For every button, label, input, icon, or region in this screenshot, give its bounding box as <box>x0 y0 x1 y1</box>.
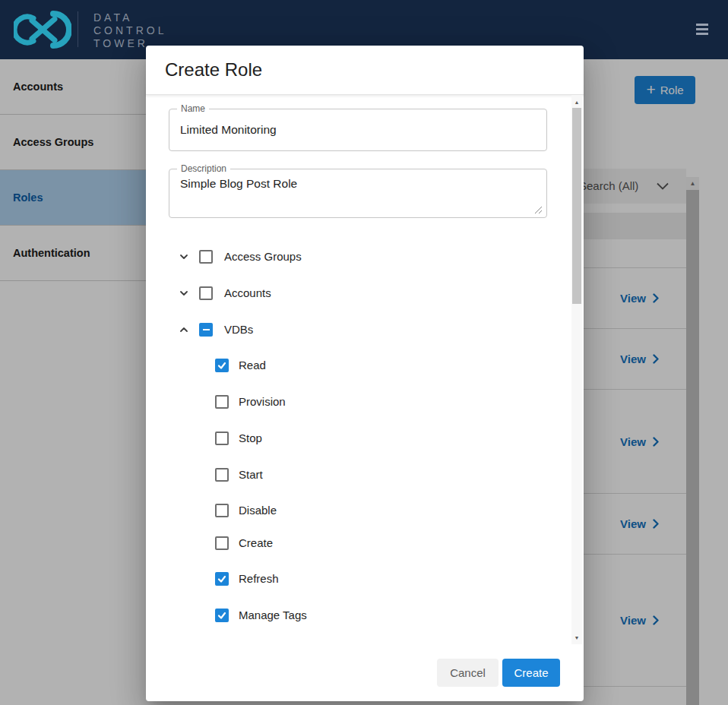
resize-grip-icon[interactable] <box>533 205 543 214</box>
tree-row-manage-tags: Manage Tags <box>146 606 556 624</box>
checkbox-read[interactable] <box>215 359 229 372</box>
tree-row-read: Read <box>146 356 556 375</box>
tree-label[interactable]: VDBs <box>224 323 253 336</box>
tree-label[interactable]: Manage Tags <box>239 609 307 621</box>
tree-label[interactable]: Stop <box>239 432 262 444</box>
tree-label[interactable]: Provision <box>239 395 286 408</box>
dialog-scrollbar[interactable]: ▲ ▼ <box>571 95 582 644</box>
tree-row-stop: Stop <box>146 429 556 447</box>
checkbox-accounts[interactable] <box>199 286 213 300</box>
description-input[interactable]: Simple Blog Post Role <box>180 177 530 210</box>
tree-label[interactable]: Start <box>239 468 263 481</box>
logo-divider <box>78 11 78 47</box>
dialog-title: Create Role <box>165 59 262 81</box>
tree-row-accounts: Accounts <box>146 284 556 302</box>
description-field-label: Description <box>177 164 230 174</box>
tree-row-provision: Provision <box>146 393 556 411</box>
chevron-down-icon[interactable] <box>178 287 190 299</box>
name-input[interactable] <box>180 109 530 150</box>
hamburger-menu-icon[interactable] <box>696 24 708 35</box>
logo-text: DATA CONTROL TOWER <box>93 11 166 50</box>
chevron-up-icon[interactable] <box>178 324 190 336</box>
dialog-footer: Cancel Create <box>146 644 584 701</box>
chevron-down-icon[interactable] <box>178 251 190 263</box>
tree-row-refresh: Refresh <box>146 570 556 588</box>
checkbox-vdbs[interactable] <box>199 323 213 337</box>
tree-label[interactable]: Access Groups <box>224 250 302 263</box>
scroll-up-icon[interactable]: ▲ <box>571 96 582 107</box>
checkbox-stop[interactable] <box>215 432 229 445</box>
tree-label[interactable]: Refresh <box>239 572 279 585</box>
dialog-header: Create Role <box>146 46 584 95</box>
tree-label[interactable]: Create <box>239 536 273 549</box>
description-field: Description Simple Blog Post Role <box>169 169 547 218</box>
tree-label[interactable]: Read <box>239 359 266 371</box>
cancel-button[interactable]: Cancel <box>437 659 499 687</box>
checkbox-refresh[interactable] <box>215 572 229 586</box>
checkbox-disable[interactable] <box>215 504 229 517</box>
dialog-scrollbar-thumb[interactable] <box>572 108 581 304</box>
create-role-dialog: Create Role Name Description Simple Blog… <box>146 46 584 701</box>
checkbox-start[interactable] <box>215 468 229 482</box>
logo-line: DATA <box>93 11 166 24</box>
checkbox-manage-tags[interactable] <box>215 609 229 622</box>
tree-row-start: Start <box>146 466 556 484</box>
checkbox-provision[interactable] <box>215 395 229 409</box>
tree-row-vdbs: VDBs <box>146 321 556 339</box>
screen: DATA CONTROL TOWER Accounts Access Group… <box>0 0 728 705</box>
scroll-down-icon[interactable]: ▼ <box>571 632 582 643</box>
dialog-body: Name Description Simple Blog Post Role A… <box>146 95 584 644</box>
dct-logo-icon <box>14 8 71 51</box>
tree-row-access-groups: Access Groups <box>146 248 556 266</box>
tree-row-disable: Disable <box>146 501 556 520</box>
checkbox-access-groups[interactable] <box>199 250 213 264</box>
tree-label[interactable]: Accounts <box>224 286 271 299</box>
name-field: Name <box>169 109 547 151</box>
checkbox-create[interactable] <box>215 536 229 550</box>
logo-line: CONTROL <box>93 24 166 37</box>
create-button[interactable]: Create <box>502 659 560 687</box>
tree-label[interactable]: Disable <box>239 504 277 517</box>
tree-row-create: Create <box>146 534 556 552</box>
